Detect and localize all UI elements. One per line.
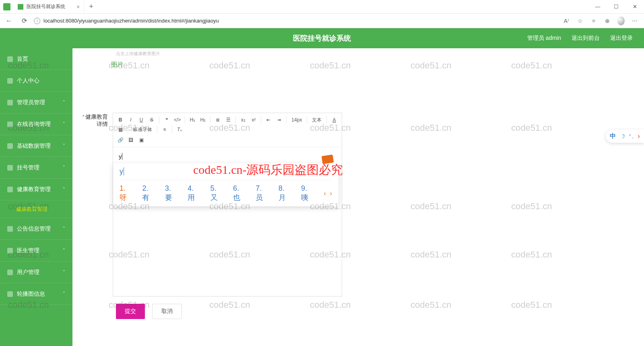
users-icon — [7, 270, 13, 275]
favorites-icon[interactable]: ✧ — [590, 18, 597, 24]
chevron-down-icon: ˅ — [63, 270, 65, 275]
doctor-icon — [7, 248, 13, 253]
strike-button[interactable]: S — [147, 115, 157, 124]
sidebar-item-register[interactable]: 挂号管理˅ — [0, 157, 72, 179]
read-aloud-icon[interactable]: A⁾ — [563, 18, 570, 24]
font-family-select[interactable]: 标准字体 — [130, 125, 155, 134]
new-tab-button[interactable]: + — [84, 2, 98, 11]
cancel-button[interactable]: 取消 — [152, 304, 182, 319]
code-button[interactable]: </> — [172, 115, 182, 124]
window-tab-icon — [3, 3, 10, 10]
browser-tab[interactable]: 医院挂号就诊系统 × — [14, 1, 84, 13]
editor-toolbar: B I U S ❝ </> H₁ H₂ ≣ ☰ x₂ x² — [113, 113, 342, 147]
sidebar-item-label: 挂号管理 — [17, 164, 39, 171]
window-close-button[interactable]: ✕ — [625, 4, 644, 10]
user-icon — [7, 78, 13, 84]
app-header: 医院挂号就诊系统 管理员 admin 退出到前台 退出登录 — [0, 28, 644, 48]
editor-textarea[interactable]: y y 1.呀 2.有 3.要 4.用 5.又 6.也 7.员 8.月 9 — [113, 147, 342, 296]
image-label: 图片 — [111, 61, 637, 68]
sidebar-item-home[interactable]: 首页 — [0, 48, 72, 70]
sidebar-item-label: 轮播图信息 — [17, 290, 45, 298]
browser-addressbar: ← ⟳ i localhost:8080/yiyuanguanhaojiuzhe… — [0, 14, 644, 28]
ime-prev-button[interactable]: ‹ — [324, 190, 326, 197]
database-icon — [7, 143, 13, 149]
italic-button[interactable]: I — [126, 115, 136, 124]
underline-button[interactable]: U — [136, 115, 146, 124]
font-type-select[interactable]: 文本 — [310, 115, 324, 124]
more-icon[interactable]: ⋯ — [631, 18, 638, 24]
ime-next-button[interactable]: › — [330, 190, 332, 197]
video-button[interactable]: ▣ — [136, 136, 146, 144]
collections-icon[interactable]: ⊕ — [604, 18, 611, 24]
submit-button[interactable]: 提交 — [116, 304, 145, 319]
site-info-icon[interactable]: i — [34, 18, 40, 24]
image-icon — [7, 291, 13, 297]
ime-candidate-8[interactable]: 8.月 — [279, 184, 292, 202]
chat-icon — [7, 122, 13, 127]
watermark-badge-icon — [322, 154, 334, 164]
font-size-select[interactable]: 14px — [289, 115, 304, 124]
link-button[interactable]: 🔗 — [116, 136, 125, 144]
outdent-button[interactable]: ⇤ — [264, 115, 273, 124]
sidebar-item-profile[interactable]: 个人中心 — [0, 70, 72, 92]
sub-button[interactable]: x₂ — [238, 115, 248, 124]
ime-candidate-3[interactable]: 3.要 — [165, 184, 179, 202]
required-mark: * — [83, 113, 85, 120]
sidebar-item-notice[interactable]: 公告信息管理˅ — [0, 218, 72, 240]
align-button[interactable]: ≡ — [160, 125, 169, 134]
ol-button[interactable]: ≣ — [213, 115, 223, 124]
quote-button[interactable]: ❝ — [162, 115, 171, 124]
image-button[interactable]: 🖼 — [126, 136, 136, 144]
ime-expand-arrow: › — [638, 132, 640, 140]
user-label[interactable]: 管理员 admin — [527, 35, 561, 42]
ime-candidate-1[interactable]: 1.呀 — [120, 184, 133, 202]
sidebar-sub-health-edu[interactable]: 健康教育管理 — [0, 200, 72, 218]
ime-candidate-5[interactable]: 5.又 — [211, 184, 224, 202]
profile-avatar[interactable] — [617, 16, 625, 25]
book-icon — [7, 187, 13, 192]
tab-close-icon[interactable]: × — [76, 4, 80, 10]
sidebar-item-label: 管理员管理 — [17, 99, 45, 106]
sidebar-item-health-edu[interactable]: 健康教育管理˄ — [0, 179, 72, 200]
clear-format-button[interactable]: Tₓ — [175, 125, 184, 134]
sidebar-item-label: 基础数据管理 — [17, 142, 51, 150]
ime-candidate-9[interactable]: 9.咦 — [301, 184, 315, 202]
sidebar-item-carousel[interactable]: 轮播图信息˅ — [0, 283, 72, 305]
url-field[interactable]: i localhost:8080/yiyuanguanhaojiuzhen/ad… — [34, 18, 559, 24]
back-button[interactable]: ← — [3, 15, 14, 27]
sidebar-item-label: 健康教育管理 — [17, 186, 51, 193]
font-color-button[interactable]: A — [329, 115, 339, 124]
h1-button[interactable]: H₁ — [188, 115, 197, 124]
ul-button[interactable]: ☰ — [223, 115, 233, 124]
bg-color-button[interactable]: ▦ — [116, 125, 125, 134]
ime-cn-indicator: 中 — [610, 132, 616, 140]
indent-button[interactable]: ⇥ — [274, 115, 284, 124]
ime-candidate-2[interactable]: 2.有 — [142, 184, 156, 202]
sidebar-item-consult[interactable]: 在线咨询管理˅ — [0, 113, 72, 135]
logout-link[interactable]: 退出登录 — [610, 35, 633, 42]
chevron-down-icon: ˅ — [63, 248, 65, 253]
sidebar-item-basicdata[interactable]: 基础数据管理˅ — [0, 135, 72, 157]
sidebar-item-admin[interactable]: 管理员管理˅ — [0, 92, 72, 113]
exit-front-link[interactable]: 退出到前台 — [572, 35, 600, 42]
sup-button[interactable]: x² — [249, 115, 258, 124]
bold-button[interactable]: B — [116, 115, 125, 124]
window-minimize-button[interactable]: — — [588, 4, 607, 10]
chevron-down-icon: ˅ — [63, 143, 65, 148]
browser-titlebar: 医院挂号就诊系统 × + — ☐ ✕ — [0, 0, 644, 14]
ime-candidate-4[interactable]: 4.用 — [188, 184, 201, 202]
refresh-button[interactable]: ⟳ — [19, 15, 30, 27]
sidebar-item-doctor[interactable]: 医生管理˅ — [0, 240, 72, 262]
ime-status-tab[interactable]: 中 ☽ ° , › — [606, 130, 644, 143]
ime-candidate-6[interactable]: 6.也 — [233, 184, 247, 202]
bell-icon — [7, 226, 13, 232]
sidebar-item-label: 公告信息管理 — [17, 225, 51, 233]
h2-button[interactable]: H₂ — [198, 115, 208, 124]
sidebar-item-users[interactable]: 用户管理˅ — [0, 262, 72, 283]
ime-candidate-7[interactable]: 7.员 — [256, 184, 269, 202]
window-maximize-button[interactable]: ☐ — [607, 4, 625, 10]
star-icon[interactable]: ☆ — [576, 18, 584, 24]
ime-panel: y 1.呀 2.有 3.要 4.用 5.又 6.也 7.员 8.月 9.咦 — [113, 163, 339, 206]
content-area: 点击上传健康教育图片 图片 *健康教育详情 B I U S ❝ </> H₁ H… — [72, 48, 644, 346]
chevron-down-icon: ˅ — [63, 291, 65, 297]
